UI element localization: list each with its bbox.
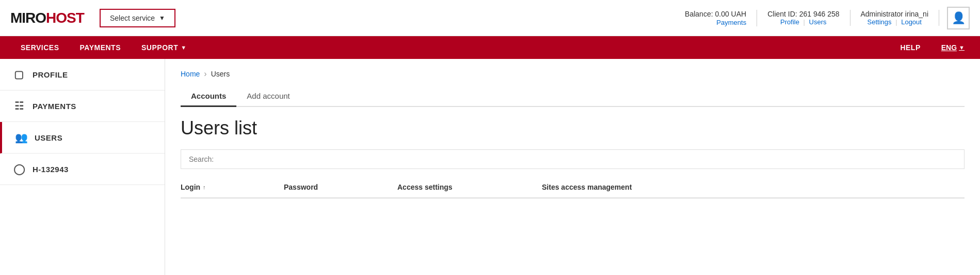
main-layout: ▢ PROFILE ☷ PAYMENTS 👥 USERS ◯ H-132943 … [0,59,980,275]
header: MIROHOST Select service ▼ Balance: 0.00 … [0,0,980,36]
page-title: Users list [181,117,965,139]
balance-label: Balance: 0.00 UAH [685,10,746,18]
support-chevron-icon: ▼ [181,44,186,51]
users-icon: 👥 [15,131,27,144]
admin-name-label: Administrator irina_ni [861,10,929,18]
table-header: Login ↑ Password Access settings Sites a… [181,177,965,198]
sidebar-item-payments[interactable]: ☷ PAYMENTS [0,90,165,122]
sidebar-item-label-payments: PAYMENTS [33,102,76,111]
tabs: Accounts Add account [181,86,965,107]
nav-support[interactable]: SUPPORT ▼ [131,36,197,59]
content-area: Home › Users Accounts Add account Users … [165,59,980,275]
nav-services[interactable]: SERVICES [10,36,70,59]
header-client: Client ID: 261 946 258 Profile | Users [757,10,850,26]
sidebar-item-h132943[interactable]: ◯ H-132943 [0,154,165,185]
tab-accounts[interactable]: Accounts [181,86,236,107]
th-access: Access settings [397,183,542,191]
search-input[interactable] [181,149,965,169]
sort-arrow-icon[interactable]: ↑ [203,184,206,190]
profile-icon: ▢ [13,68,25,81]
header-right: Balance: 0.00 UAH Payments Client ID: 26… [685,7,970,29]
header-admin: Administrator irina_ni Settings | Logout [850,10,940,26]
sidebar-item-label-users: USERS [35,133,62,142]
client-id-label: Client ID: 261 946 258 [767,10,839,18]
tab-add-account[interactable]: Add account [236,86,300,107]
navbar-right: HELP ENG ▼ [890,36,970,59]
separator: | [804,18,807,26]
breadcrumb-home[interactable]: Home [181,70,200,78]
lang-chevron-icon: ▼ [959,44,965,51]
breadcrumb-current: Users [211,70,230,78]
sidebar: ▢ PROFILE ☷ PAYMENTS 👥 USERS ◯ H-132943 [0,59,165,275]
sidebar-item-label-profile: PROFILE [33,70,68,79]
breadcrumb-separator: › [204,69,206,79]
sidebar-item-profile[interactable]: ▢ PROFILE [0,59,165,90]
settings-link[interactable]: Settings [867,18,892,26]
users-link[interactable]: Users [809,18,827,26]
select-service-label: Select service [110,14,155,22]
logout-link[interactable]: Logout [901,18,922,26]
nav-help[interactable]: HELP [890,36,930,59]
navbar: SERVICES PAYMENTS SUPPORT ▼ HELP ENG ▼ [0,36,980,59]
th-login: Login ↑ [181,183,284,191]
logo-host-text: HOST [46,10,84,26]
th-sites: Sites access management [542,183,965,191]
nav-lang[interactable]: ENG ▼ [936,36,970,59]
logo-miro-text: MIRO [10,10,46,26]
select-service-button[interactable]: Select service ▼ [100,9,175,27]
separator2: | [895,18,899,26]
user-avatar-icon: 👤 [952,11,966,25]
header-balance: Balance: 0.00 UAH Payments [685,10,757,26]
sidebar-item-label-h132943: H-132943 [33,165,69,174]
payments-icon: ☷ [13,100,25,112]
profile-link[interactable]: Profile [780,18,799,26]
admin-links: Settings | Logout [861,18,929,26]
client-links: Profile | Users [767,18,839,26]
logo: MIROHOST [10,10,84,26]
navbar-left: SERVICES PAYMENTS SUPPORT ▼ [10,36,197,59]
server-icon: ◯ [13,163,25,175]
sidebar-item-users[interactable]: 👥 USERS [0,122,165,154]
payments-link[interactable]: Payments [716,19,746,26]
chevron-down-icon: ▼ [159,14,165,22]
breadcrumb: Home › Users [181,69,965,79]
avatar[interactable]: 👤 [947,7,970,29]
nav-payments[interactable]: PAYMENTS [70,36,131,59]
th-password: Password [284,183,397,191]
